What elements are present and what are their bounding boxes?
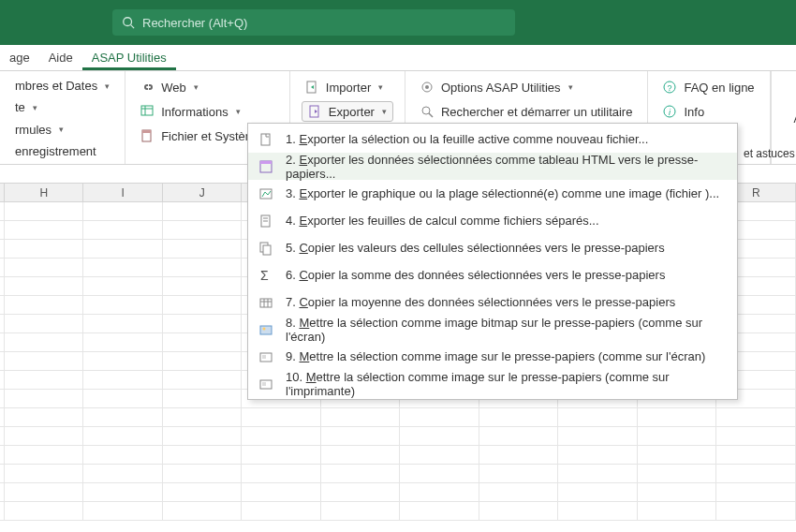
cell[interactable] [163,427,243,445]
cell[interactable] [83,240,163,258]
cell[interactable] [163,277,243,295]
informations-button[interactable]: Informations▾ [137,101,278,122]
cell[interactable] [558,502,638,520]
col-j[interactable]: J [163,184,243,201]
cell[interactable] [558,483,638,501]
cell[interactable] [242,502,321,520]
cell[interactable] [638,427,717,445]
export-menu-item-2[interactable]: 2. Exporter les données sélectionnées co… [248,153,737,180]
astuce-jour-button[interactable]: Astuce jour [783,77,796,142]
cell[interactable] [83,465,163,482]
cell[interactable] [163,296,243,314]
cell[interactable] [5,259,84,276]
cell[interactable] [479,427,559,445]
cell[interactable] [321,465,401,482]
cell[interactable] [83,427,163,445]
cell[interactable] [83,333,163,351]
cell[interactable] [479,446,559,464]
export-menu-item-7[interactable]: 7. Copier la moyenne des données sélecti… [248,288,737,316]
cell[interactable] [163,240,243,258]
col-i[interactable]: I [83,184,163,201]
texte-button[interactable]: te▾ [11,98,113,116]
rechercher-utilitaire-button[interactable]: Rechercher et démarrer un utilitaire [417,101,636,122]
tab-partial[interactable]: age [0,47,39,70]
cell[interactable] [400,446,479,464]
cell[interactable] [716,446,796,464]
cell[interactable] [83,408,163,426]
cell[interactable] [638,483,717,501]
cell[interactable] [163,315,243,332]
cell[interactable] [163,390,243,407]
cell[interactable] [83,390,163,407]
cell[interactable] [83,371,163,389]
cell[interactable] [479,502,559,520]
cell[interactable] [558,465,638,482]
cell[interactable] [5,333,84,351]
cell[interactable] [321,502,401,520]
export-menu-item-3[interactable]: 3. Exporter le graphique ou la plage sél… [248,180,737,207]
cell[interactable] [163,483,243,501]
cell[interactable] [638,408,717,426]
cell[interactable] [242,446,321,464]
export-menu-item-8[interactable]: 8. Mettre la sélection comme image bitma… [248,316,737,343]
cell[interactable] [716,502,796,520]
web-button[interactable]: Web▾ [137,77,278,97]
cell[interactable] [638,446,717,464]
cell[interactable] [163,221,243,239]
cell[interactable] [321,483,401,501]
cell[interactable] [558,427,638,445]
export-menu-item-9[interactable]: 9. Mettre la sélection comme image sur l… [248,343,737,370]
cell[interactable] [5,277,84,295]
cell[interactable] [400,502,479,520]
export-menu-item-5[interactable]: 5. Copier les valeurs des cellules sélec… [248,234,737,261]
cell[interactable] [83,315,163,332]
cell[interactable] [5,446,84,464]
cell[interactable] [5,483,84,501]
cell[interactable] [83,296,163,314]
cell[interactable] [400,408,479,426]
cell[interactable] [321,446,401,464]
cell[interactable] [83,352,163,370]
cell[interactable] [400,427,479,445]
cell[interactable] [638,465,717,482]
cell[interactable] [5,352,84,370]
cell[interactable] [5,315,84,332]
cell[interactable] [83,277,163,295]
cell[interactable] [716,408,796,426]
cell[interactable] [716,427,796,445]
cell[interactable] [479,408,559,426]
cell[interactable] [5,502,84,520]
grid-row[interactable] [0,427,796,446]
grid-row[interactable] [0,465,796,483]
grid-row[interactable] [0,446,796,465]
cell[interactable] [83,202,163,220]
cell[interactable] [83,446,163,464]
cell[interactable] [321,427,401,445]
cell[interactable] [83,483,163,501]
cell[interactable] [479,465,559,482]
cell[interactable] [5,240,84,258]
cell[interactable] [163,352,243,370]
cell[interactable] [716,465,796,482]
cell[interactable] [400,483,479,501]
cell[interactable] [163,259,243,276]
importer-button[interactable]: Importer▾ [302,77,393,97]
cell[interactable] [5,408,84,426]
cell[interactable] [242,427,321,445]
cell[interactable] [83,221,163,239]
export-menu-item-6[interactable]: Σ6. Copier la somme des données sélectio… [248,261,737,288]
cell[interactable] [321,408,401,426]
cell[interactable] [5,390,84,407]
cell[interactable] [5,465,84,482]
cell[interactable] [716,483,796,501]
cell[interactable] [5,427,84,445]
options-button[interactable]: Options ASAP Utilities▾ [417,77,636,97]
export-menu-item-4[interactable]: 4. Exporter les feuilles de calcul comme… [248,207,737,234]
cell[interactable] [558,446,638,464]
col-h[interactable]: H [5,184,84,201]
cell[interactable] [242,408,321,426]
grid-row[interactable] [0,502,796,521]
cell[interactable] [163,333,243,351]
cell[interactable] [638,502,717,520]
cell[interactable] [400,465,479,482]
